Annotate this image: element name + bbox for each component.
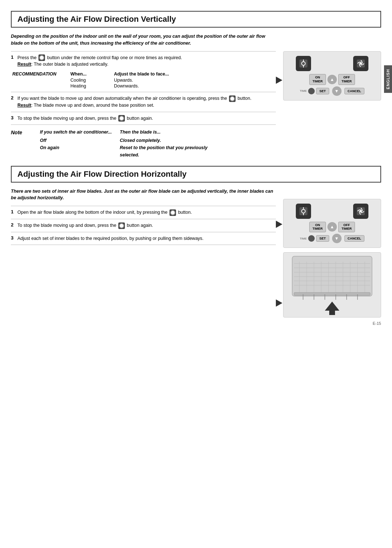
svg-point-11 [360,210,362,212]
section1: Depending on the position of the indoor … [0,33,392,162]
rec-when-header: When... [69,71,113,77]
step2-result: Result: The blade move up and down, arou… [17,103,154,108]
note-closed: Closed completely. [120,137,211,144]
section2-right: ONTIMER ▲ OFFTIMER TIME SET ▼ CANCEL [283,188,381,318]
dot-btn-1 [308,88,315,94]
up-arrow-btn-2: ▲ [327,222,337,232]
step1-result: Result: The outer blade is adjusted vert… [17,62,108,67]
h-step2: 2 To stop the blade moving up and down, … [11,222,276,229]
fan-icon-1 [356,58,366,69]
remote2-bottom-row: TIME SET ▼ CANCEL [296,234,368,243]
note-grid: Note If you switch the air conditioner..… [11,128,276,158]
airflow-icon-2 [298,206,309,216]
down-arrow-btn-2: ▼ [332,234,342,243]
button-icon-1 [38,54,45,61]
button-icon-h1 [170,209,176,216]
airflow-icon-1 [298,58,309,69]
h-step3: 3 Adjust each set of inner blades to the… [11,235,276,242]
remote2-top-row [296,204,368,219]
svg-rect-12 [292,256,372,296]
svg-rect-29 [294,293,370,295]
step2: 2 If you want the blade to move up and d… [11,95,276,109]
recommendation-table: RECOMMENDATION When... Adjust the blade … [11,71,276,89]
remote1-set-group: TIME SET [300,88,329,94]
note-empty2 [11,144,40,159]
on-timer-btn-1: ONTIMER [309,74,326,85]
h-step3-num: 3 [11,235,17,242]
section2-title-box: Adjusting the Air Flow Direction Horizon… [11,166,381,183]
rec-downwards: Downwards. [113,83,185,89]
h-step2-content: To stop the blade moving up and down, pr… [17,222,276,229]
section2: There are two sets of inner air flow bla… [0,188,392,318]
note-empty [11,137,40,144]
off-timer-btn-1: OFFTIMER [338,74,355,85]
dot-btn-2 [308,235,315,242]
remote1-right-btn [353,56,368,71]
language-tab: ENGLISH [384,65,392,93]
note-label: Note [11,128,40,136]
arrow-pointer-3 [276,299,282,307]
section1-left: Depending on the position of the indoor … [11,33,283,162]
step2-num: 2 [11,95,17,109]
arrow-pointer-2 [276,221,282,228]
section1-intro: Depending on the position of the indoor … [11,33,276,47]
remote1-mid-row: ONTIMER ▲ OFFTIMER [296,74,368,85]
remote1-bottom-row: TIME SET ▼ CANCEL [296,86,368,96]
note-reset: Reset to the position that you previousl… [120,144,211,159]
remote2-set-group: TIME SET [300,235,329,242]
up-arrow-btn-1: ▲ [327,75,337,84]
time-label-1: TIME [300,89,307,93]
note-on-again: On again [40,144,120,159]
svg-marker-36 [325,302,339,311]
remote-diagram-2: ONTIMER ▲ OFFTIMER TIME SET ▼ CANCEL [283,199,381,248]
section2-title: Adjusting the Air Flow Direction Horizon… [17,169,375,179]
remote-diagram-1: ONTIMER ▲ OFFTIMER TIME SET ▼ CANCEL [283,51,381,101]
h-step3-content: Adjust each set of inner blades to the r… [17,235,276,242]
h-step1: 1 Open the air flow blade along the bott… [11,209,276,216]
remote1-top-row [296,56,368,71]
fan-icon-2 [356,206,366,216]
remote1-wrapper: ONTIMER ▲ OFFTIMER TIME SET ▼ CANCEL [283,51,381,101]
off-timer-btn-2: OFFTIMER [338,222,355,233]
h-step1-content: Open the air flow blade along the bottom… [17,209,276,216]
rec-cooling: Cooling [69,77,113,83]
step1: 1 Press the button under the remote cont… [11,54,276,68]
remote2-wrapper: ONTIMER ▲ OFFTIMER TIME SET ▼ CANCEL [283,199,381,248]
step3-content: To stop the blade moving up and down, pr… [17,115,276,122]
note-box: Note If you switch the air conditioner..… [11,128,276,158]
ac-unit-wrapper [283,252,381,318]
h-step2-num: 2 [11,222,17,229]
set-btn-1: SET [316,88,329,94]
rec-empty [11,77,69,83]
set-btn-2: SET [316,235,329,242]
time-label-2: TIME [300,237,307,240]
on-timer-btn-2: ONTIMER [309,222,326,233]
page-number: E-15 [0,321,392,326]
step1-num: 1 [11,54,17,68]
rec-heating: Heating [69,83,113,89]
step3: 3 To stop the blade moving up and down, … [11,115,276,122]
svg-point-5 [360,62,362,65]
rec-empty2 [11,83,69,89]
section2-left: There are two sets of inner air flow bla… [11,188,283,318]
language-label: ENGLISH [386,69,390,89]
ac-svg [283,253,381,318]
arrow-pointer-1 [276,77,282,84]
step3-num: 3 [11,115,17,122]
remote2-right-btn [353,204,368,219]
svg-rect-37 [329,311,335,315]
note-off: Off [40,137,120,144]
note-col2-header: Then the blade is... [120,128,211,136]
step1-content: Press the button under the remote contro… [17,54,276,68]
remote1-left-btn [296,56,311,71]
rec-adjust-header: Adjust the blade to face... [113,71,185,77]
cancel-btn-2: CANCEL [344,235,365,242]
remote2-left-btn [296,204,311,219]
rec-upwards: Upwards. [113,77,185,83]
section1-title-box: Adjusting the Air Flow Direction Vertica… [11,11,381,28]
h-step1-num: 1 [11,209,17,216]
cancel-btn-1: CANCEL [344,88,365,94]
down-arrow-btn-1: ▼ [332,86,342,96]
note-col1-header: If you switch the air conditioner... [40,128,120,136]
button-icon-2 [229,95,236,102]
